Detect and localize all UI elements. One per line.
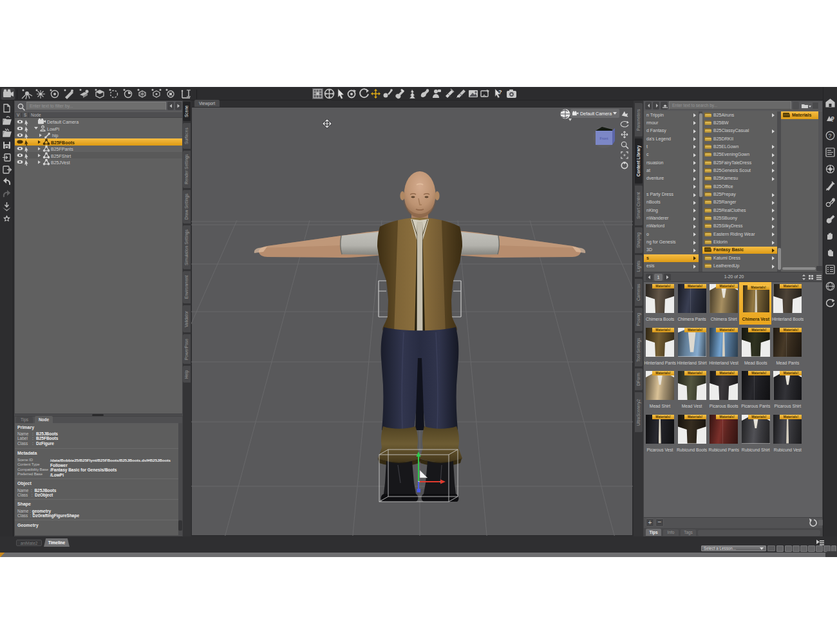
svg-text:?: ? [498, 89, 502, 95]
svg-text:?: ? [831, 116, 834, 123]
svg-text:?: ? [829, 133, 832, 139]
svg-text:Default Camera: Default Camera [580, 111, 612, 116]
svg-text:Front: Front [600, 137, 608, 140]
